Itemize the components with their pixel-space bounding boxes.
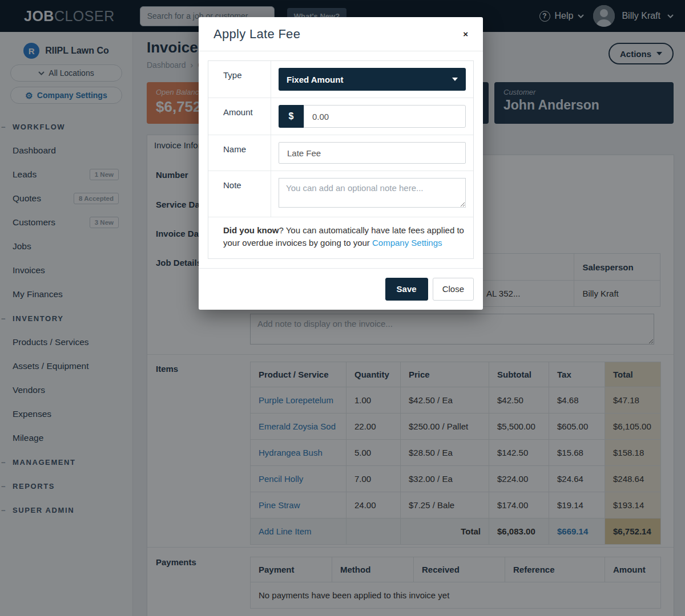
- tip-bold: Did you know: [223, 225, 279, 235]
- amount-input[interactable]: [304, 105, 466, 128]
- modal-title: Apply Late Fee: [213, 27, 300, 42]
- note-input[interactable]: [279, 178, 466, 208]
- note-field: [271, 171, 473, 217]
- note-label: Note: [208, 171, 271, 217]
- name-input[interactable]: [279, 142, 466, 164]
- name-field: [271, 135, 473, 171]
- apply-late-fee-modal: Apply Late Fee × Type Fixed Amount Amoun…: [199, 17, 483, 310]
- app-window: JOBCLOSER What's New? ? Help Billy Kraft…: [0, 0, 685, 616]
- type-select-value: Fixed Amount: [287, 75, 343, 84]
- type-label: Type: [208, 61, 271, 98]
- save-button[interactable]: Save: [385, 278, 428, 301]
- modal-footer: Save Close: [199, 268, 483, 310]
- late-fee-form: Type Fixed Amount Amount $: [208, 60, 474, 259]
- amount-field: $: [271, 98, 473, 135]
- chevron-down-icon: [452, 78, 458, 81]
- amount-label: Amount: [208, 98, 271, 135]
- amount-row: Amount $: [208, 98, 473, 135]
- dollar-prefix: $: [279, 105, 304, 128]
- type-row: Type Fixed Amount: [208, 61, 473, 98]
- tip-text: Did you know? You can automatically have…: [208, 217, 473, 258]
- modal-body: Type Fixed Amount Amount $: [199, 51, 483, 268]
- name-row: Name: [208, 135, 473, 171]
- tip-row: Did you know? You can automatically have…: [208, 217, 473, 258]
- type-select[interactable]: Fixed Amount: [279, 68, 466, 91]
- name-label: Name: [208, 135, 271, 171]
- close-button[interactable]: Close: [433, 278, 474, 301]
- close-icon[interactable]: ×: [463, 30, 468, 38]
- type-field: Fixed Amount: [271, 61, 473, 98]
- company-settings-link[interactable]: Company Settings: [372, 238, 442, 248]
- note-row: Note: [208, 171, 473, 217]
- modal-header: Apply Late Fee ×: [199, 17, 483, 51]
